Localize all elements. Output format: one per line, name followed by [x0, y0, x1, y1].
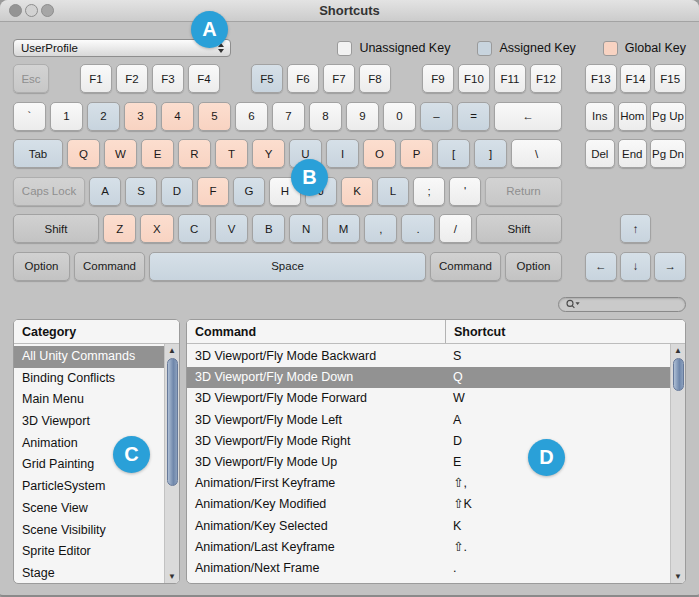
key-quote[interactable]: '	[449, 177, 481, 206]
key-f2[interactable]: F2	[116, 64, 148, 93]
key-y[interactable]: Y	[252, 139, 285, 168]
key-arrow-left[interactable]: ←	[585, 252, 617, 281]
key-esc[interactable]: Esc	[13, 64, 49, 93]
search-field[interactable]	[558, 297, 686, 312]
key-end[interactable]: End	[618, 139, 648, 168]
table-row[interactable]: Animation/Key SelectedK	[187, 516, 670, 537]
category-scroll-thumb[interactable]	[167, 358, 178, 486]
key-pg-up[interactable]: Pg Up	[650, 102, 686, 131]
command-scroll-thumb[interactable]	[673, 358, 684, 391]
key-f13[interactable]: F13	[585, 64, 617, 93]
key-f4[interactable]: F4	[188, 64, 220, 93]
key-f3[interactable]: F3	[152, 64, 184, 93]
key-r[interactable]: R	[178, 139, 211, 168]
key-5[interactable]: 5	[198, 102, 231, 131]
key-arrow-down[interactable]: ↓	[620, 252, 652, 281]
key-c[interactable]: C	[178, 214, 211, 243]
scroll-down-arrow-icon[interactable]: ▼	[671, 570, 685, 583]
category-item-3d-viewport[interactable]: 3D Viewport	[14, 411, 164, 433]
key-f5[interactable]: F5	[251, 64, 283, 93]
key-semicolon[interactable]: ;	[413, 177, 445, 206]
scroll-down-arrow-icon[interactable]: ▼	[165, 570, 179, 583]
key-f7[interactable]: F7	[323, 64, 355, 93]
key-command-right[interactable]: Command	[430, 252, 501, 281]
key-option-right[interactable]: Option	[505, 252, 562, 281]
key-return[interactable]: Return	[485, 177, 562, 206]
table-row[interactable]: Animation/Key Modified⇧K	[187, 494, 670, 515]
key-t[interactable]: T	[215, 139, 248, 168]
scroll-up-arrow-icon[interactable]: ▲	[165, 344, 179, 357]
key-caps-lock[interactable]: Caps Lock	[13, 177, 85, 206]
table-row[interactable]: 3D Viewport/Fly Mode ForwardW	[187, 388, 670, 409]
key-3[interactable]: 3	[124, 102, 157, 131]
key-w[interactable]: W	[104, 139, 137, 168]
key-4[interactable]: 4	[161, 102, 194, 131]
category-item-scene-visibility[interactable]: Scene Visibility	[14, 520, 164, 542]
key-q[interactable]: Q	[67, 139, 100, 168]
key-arrow-right[interactable]: →	[654, 252, 686, 281]
category-item-binding-conflicts[interactable]: Binding Conflicts	[14, 368, 164, 390]
command-scrollbar[interactable]: ▲ ▼	[670, 344, 685, 583]
key-tab[interactable]: Tab	[13, 139, 63, 168]
key-n[interactable]: N	[289, 214, 322, 243]
category-item-main-menu[interactable]: Main Menu	[14, 389, 164, 411]
command-scroll-track[interactable]	[671, 357, 685, 570]
key-f12[interactable]: F12	[530, 64, 562, 93]
category-item-particlesystem[interactable]: ParticleSystem	[14, 476, 164, 498]
key-f15[interactable]: F15	[654, 64, 686, 93]
category-item-sprite-editor[interactable]: Sprite Editor	[14, 541, 164, 563]
key-x[interactable]: X	[140, 214, 173, 243]
key-f6[interactable]: F6	[287, 64, 319, 93]
category-item-all-unity-commands[interactable]: All Unity Commands	[14, 346, 164, 368]
key-v[interactable]: V	[215, 214, 248, 243]
key-bracket-left[interactable]: [	[437, 139, 470, 168]
key-6[interactable]: 6	[235, 102, 268, 131]
key-f14[interactable]: F14	[620, 64, 652, 93]
key-period[interactable]: .	[401, 214, 434, 243]
key-a[interactable]: A	[89, 177, 121, 206]
category-item-scene-view[interactable]: Scene View	[14, 498, 164, 520]
key-f1[interactable]: F1	[80, 64, 112, 93]
minimize-button[interactable]	[25, 4, 38, 17]
key-i[interactable]: I	[326, 139, 359, 168]
key-minus[interactable]: –	[420, 102, 453, 131]
key-f9[interactable]: F9	[422, 64, 454, 93]
key-e[interactable]: E	[141, 139, 174, 168]
key-backspace[interactable]: ←	[494, 102, 562, 131]
key-o[interactable]: O	[363, 139, 396, 168]
table-row[interactable]: 3D Viewport/Fly Mode BackwardS	[187, 346, 670, 367]
key-9[interactable]: 9	[346, 102, 379, 131]
key-bracket-right[interactable]: ]	[474, 139, 507, 168]
key-f8[interactable]: F8	[359, 64, 391, 93]
key-backslash[interactable]: \	[511, 139, 562, 168]
key-l[interactable]: L	[377, 177, 409, 206]
key-ins[interactable]: Ins	[585, 102, 615, 131]
key-1[interactable]: 1	[50, 102, 83, 131]
key-8[interactable]: 8	[309, 102, 342, 131]
key-f11[interactable]: F11	[494, 64, 526, 93]
table-row[interactable]: Animation/Next Frame.	[187, 558, 670, 579]
key-slash[interactable]: /	[439, 214, 472, 243]
category-item-stage[interactable]: Stage	[14, 563, 164, 583]
key-m[interactable]: M	[327, 214, 360, 243]
table-row[interactable]: 3D Viewport/Fly Mode RightD	[187, 431, 670, 452]
key-shift-left[interactable]: Shift	[13, 214, 99, 243]
key-k[interactable]: K	[341, 177, 373, 206]
table-row[interactable]: 3D Viewport/Fly Mode UpE	[187, 452, 670, 473]
close-button[interactable]	[9, 4, 22, 17]
category-scroll-track[interactable]	[165, 357, 179, 570]
key-b[interactable]: B	[252, 214, 285, 243]
key-0[interactable]: 0	[383, 102, 416, 131]
key-f10[interactable]: F10	[458, 64, 490, 93]
key-comma[interactable]: ,	[364, 214, 397, 243]
key-p[interactable]: P	[400, 139, 433, 168]
key-equals[interactable]: =	[457, 102, 490, 131]
key-z[interactable]: Z	[103, 214, 136, 243]
zoom-button[interactable]	[41, 4, 54, 17]
key-f[interactable]: F	[197, 177, 229, 206]
key-pg-dn[interactable]: Pg Dn	[650, 139, 686, 168]
key-2[interactable]: 2	[87, 102, 120, 131]
key-option-left[interactable]: Option	[13, 252, 70, 281]
key-del[interactable]: Del	[585, 139, 615, 168]
search-input[interactable]	[583, 299, 679, 310]
